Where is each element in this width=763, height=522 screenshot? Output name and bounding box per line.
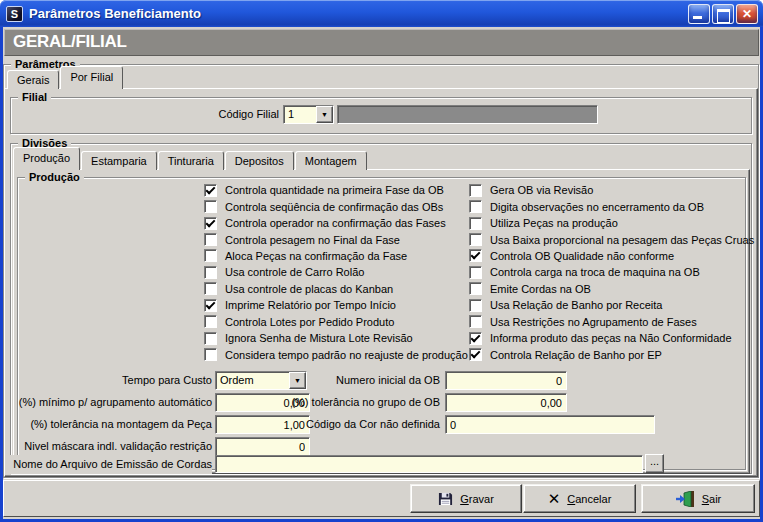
numero-inicial-ob-label: Numero inicial da OB xyxy=(280,371,440,390)
checkbox-label: Usa controle de Carro Rolão xyxy=(225,266,364,278)
checkbox[interactable] xyxy=(204,249,217,262)
numero-inicial-ob-field[interactable] xyxy=(445,371,567,390)
group-producao-legend: Produção xyxy=(25,171,84,184)
checkbox[interactable] xyxy=(204,315,217,328)
codigo-filial-value: 1 xyxy=(284,106,316,123)
checkbox[interactable] xyxy=(204,299,217,312)
gravar-button[interactable]: Gravar xyxy=(410,484,522,513)
checkbox[interactable] xyxy=(469,233,482,246)
checkbox-row[interactable]: Utiliza Peças na produção xyxy=(469,215,754,231)
checkbox-label: Controla Lotes por Pedido Produto xyxy=(225,316,394,328)
title-bar: S Parâmetros Beneficiamento ✕ xyxy=(0,0,763,27)
tab-divisao[interactable]: Estamparia xyxy=(81,151,157,170)
checkbox-row[interactable]: Controla Lotes por Pedido Produto xyxy=(204,314,468,330)
checkbox-row[interactable]: Controla OB Qualidade não conforme xyxy=(469,248,754,264)
browse-button[interactable]: ... xyxy=(645,454,664,473)
checkbox[interactable] xyxy=(204,184,217,197)
sair-button[interactable]: Sair xyxy=(641,484,755,513)
checkbox-row[interactable]: Aloca Peças na confirmação da Fase xyxy=(204,248,468,264)
nivel-mascara-label: Nivel máscara indl. validação restrição xyxy=(10,437,212,456)
checkbox[interactable] xyxy=(469,315,482,328)
checkbox-row[interactable]: Controla Relação de Banho por EP xyxy=(469,346,754,362)
checkbox-row[interactable]: Informa produto das peças na Não Conform… xyxy=(469,330,754,346)
codigo-filial-label: Código Filial xyxy=(150,105,279,124)
checkbox-row[interactable]: Controla seqüência de confirmação das OB… xyxy=(204,198,468,214)
checkbox[interactable] xyxy=(469,348,482,361)
checkbox[interactable] xyxy=(204,282,217,295)
close-button[interactable]: ✕ xyxy=(736,4,758,24)
checkbox[interactable] xyxy=(204,266,217,279)
checkbox-row[interactable]: Usa Baixa proporcional na pesagem das Pe… xyxy=(469,231,754,247)
cancelar-button[interactable]: ✕ Cancelar xyxy=(523,484,636,513)
tabstrip-parametros: GeraisPor Filial xyxy=(7,66,124,89)
checkbox[interactable] xyxy=(469,200,482,213)
tolerancia-grupo-ob-label: (%) tolerância no grupo de OB xyxy=(280,393,440,412)
nivel-mascara-field[interactable] xyxy=(215,437,310,456)
checkbox-row[interactable]: Controla pesagem no Final da Fase xyxy=(204,231,468,247)
tempo-custo-label: Tempo para Custo xyxy=(10,371,212,390)
checkbox-row[interactable]: Considera tempo padrão no reajuste de pr… xyxy=(204,346,468,362)
tolerancia-montagem-label: (%) tolerância na montagem da Peça xyxy=(10,415,212,434)
checkbox-label: Digita observações no encerramento da OB xyxy=(490,201,704,213)
tab-divisao[interactable]: Produção xyxy=(13,147,80,170)
minimo-agrupamento-label: (%) mínimo p/ agrupamento automático xyxy=(10,393,212,412)
checkbox[interactable] xyxy=(469,332,482,345)
nome-arquivo-label: Nome do Arquivo de Emissão de Cordas xyxy=(10,455,212,474)
checkbox-label: Controla carga na troca de maquina na OB xyxy=(490,266,700,278)
checkbox-label: Utiliza Peças na produção xyxy=(490,217,618,229)
checkbox-row[interactable]: Usa Relação de Banho por Receita xyxy=(469,297,754,313)
minimize-button[interactable] xyxy=(688,4,710,24)
checkbox[interactable] xyxy=(469,266,482,279)
tab-parametros[interactable]: Por Filial xyxy=(60,66,123,89)
sair-label: Sair xyxy=(702,493,722,505)
checkbox-row[interactable]: Usa Restrições no Agrupamento de Fases xyxy=(469,314,754,330)
chevron-down-icon[interactable]: ▼ xyxy=(316,106,333,123)
section-header: GERAL/FILIAL xyxy=(4,29,759,56)
checkbox-row[interactable]: Emite Cordas na OB xyxy=(469,281,754,297)
checkbox-label: Gera OB via Revisão xyxy=(490,184,593,196)
checkbox-label: Usa controle de placas do Kanban xyxy=(225,283,393,295)
tab-divisao[interactable]: Tinturaria xyxy=(158,151,224,170)
checkbox-label: Controla operador na confirmação das Fas… xyxy=(225,217,446,229)
tab-divisao[interactable]: Depositos xyxy=(225,151,294,170)
checkbox[interactable] xyxy=(204,233,217,246)
checkbox[interactable] xyxy=(469,184,482,197)
tolerancia-grupo-ob-field[interactable] xyxy=(445,393,567,412)
filial-descricao-field xyxy=(337,105,598,124)
checkbox-label: Considera tempo padrão no reajuste de pr… xyxy=(225,349,468,361)
checkbox-row[interactable]: Usa controle de placas do Kanban xyxy=(204,281,468,297)
tab-divisao[interactable]: Montagem xyxy=(295,151,367,170)
checkbox[interactable] xyxy=(469,249,482,262)
checkbox[interactable] xyxy=(469,282,482,295)
checkbox[interactable] xyxy=(204,200,217,213)
maximize-button[interactable] xyxy=(712,4,734,24)
save-floppy-icon xyxy=(438,491,453,506)
checkbox[interactable] xyxy=(469,299,482,312)
nome-arquivo-field[interactable] xyxy=(215,455,643,473)
checkbox-row[interactable]: Controla quantidade na primeira Fase da … xyxy=(204,182,468,198)
checkbox[interactable] xyxy=(469,217,482,230)
checkbox-column-right: Gera OB via Revisão Digita observações n… xyxy=(469,182,754,363)
checkbox[interactable] xyxy=(204,217,217,230)
checkbox-row[interactable]: Imprime Relatório por Tempo Início xyxy=(204,297,468,313)
checkbox[interactable] xyxy=(204,332,217,345)
codigo-cor-field[interactable] xyxy=(445,415,655,434)
checkbox-row[interactable]: Usa controle de Carro Rolão xyxy=(204,264,468,280)
checkbox-row[interactable]: Gera OB via Revisão xyxy=(469,182,754,198)
checkbox-row[interactable]: Digita observações no encerramento da OB xyxy=(469,198,754,214)
checkbox-row[interactable]: Controla carga na troca de maquina na OB xyxy=(469,264,754,280)
app-icon: S xyxy=(6,6,23,22)
tab-parametros[interactable]: Gerais xyxy=(7,70,59,89)
checkbox-column-left: Controla quantidade na primeira Fase da … xyxy=(204,182,468,363)
gravar-label: Gravar xyxy=(460,493,494,505)
codigo-filial-combobox[interactable]: 1 ▼ xyxy=(283,105,334,124)
checkbox-row[interactable]: Controla operador na confirmação das Fas… xyxy=(204,215,468,231)
checkbox-label: Usa Relação de Banho por Receita xyxy=(490,299,662,311)
checkbox-label: Aloca Peças na confirmação da Fase xyxy=(225,250,407,262)
codigo-cor-label: Código da Cor não definida xyxy=(280,415,440,434)
checkbox[interactable] xyxy=(204,348,217,361)
cancelar-label: Cancelar xyxy=(567,493,611,505)
checkbox-label: Emite Cordas na OB xyxy=(490,283,591,295)
checkbox-label: Usa Baixa proporcional na pesagem das Pe… xyxy=(490,234,754,246)
checkbox-row[interactable]: Ignora Senha de Mistura Lote Revisão xyxy=(204,330,468,346)
